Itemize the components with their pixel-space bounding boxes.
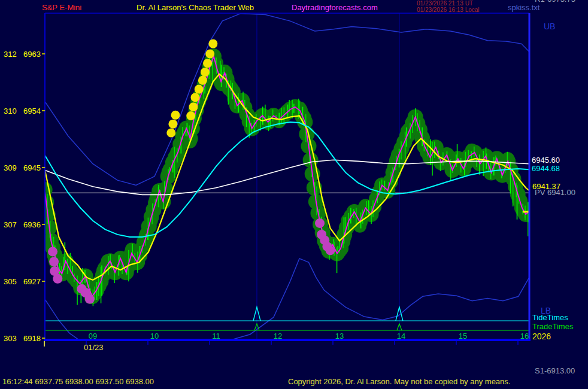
x-axis-hour-label: 13	[335, 332, 344, 340]
data-file-link[interactable]: spkiss.txt	[508, 4, 539, 11]
y-axis-label: 3106954	[4, 107, 41, 115]
pivot-price-label: PV 6941.00	[535, 189, 575, 196]
tide-scale-value: 303	[4, 335, 17, 342]
price-scale-value: 6963	[23, 50, 41, 58]
price-scale-value: 6954	[23, 107, 41, 115]
tide-scale-value: 310	[4, 107, 17, 115]
x-axis-hour-label: 10	[150, 332, 159, 340]
price-scale-value: 6918	[23, 335, 41, 342]
tide-scale-value: 307	[4, 221, 17, 229]
x-axis-hour-label: 12	[274, 332, 282, 340]
quote-line: 16:12:44 6937.75 6938.00 6937.50 6938.00	[2, 378, 154, 385]
x-axis-hour-label: 14	[397, 332, 405, 340]
tide-scale-value: 309	[4, 164, 17, 172]
x-axis-hour-label: 16	[520, 332, 529, 340]
price-chart	[0, 0, 588, 389]
x-axis-hour-label: 09	[89, 332, 97, 340]
r1-level-label: R1-6973.75	[535, 0, 575, 3]
tide-scale-value: 305	[4, 278, 17, 285]
cyan-ma-price: 6944.68	[532, 165, 560, 172]
trade-times-label: TradeTimes	[532, 323, 573, 330]
tide-scale-value: 312	[4, 50, 17, 58]
y-axis-label: 3126963	[4, 50, 41, 58]
white-ma-price: 6945.60	[532, 156, 560, 164]
s1-level-label: S1-6913.00	[535, 367, 575, 375]
y-axis-label: 3076936	[4, 221, 41, 229]
upper-band-label: UB	[544, 22, 555, 31]
price-scale-value: 6927	[23, 278, 41, 285]
y-axis-label: 3096945	[4, 164, 41, 172]
year-label: 2026	[532, 332, 551, 341]
price-scale-value: 6945	[23, 164, 41, 172]
price-scale-value: 6936	[23, 221, 41, 229]
y-axis-label: 3036918	[4, 335, 41, 342]
copyright-notice: Copyright 2026, Dr. Al Larson. May not b…	[288, 378, 510, 385]
tide-times-label: TideTimes	[532, 314, 568, 321]
date-label: 01/23	[84, 344, 104, 351]
chaos-trader-screen: S&P E-Mini Dr. Al Larson's Chaos Trader …	[0, 0, 588, 389]
y-axis-label: 3056927	[4, 278, 41, 285]
x-axis-hour-label: 15	[459, 332, 467, 340]
x-axis-hour-label: 11	[212, 332, 220, 340]
